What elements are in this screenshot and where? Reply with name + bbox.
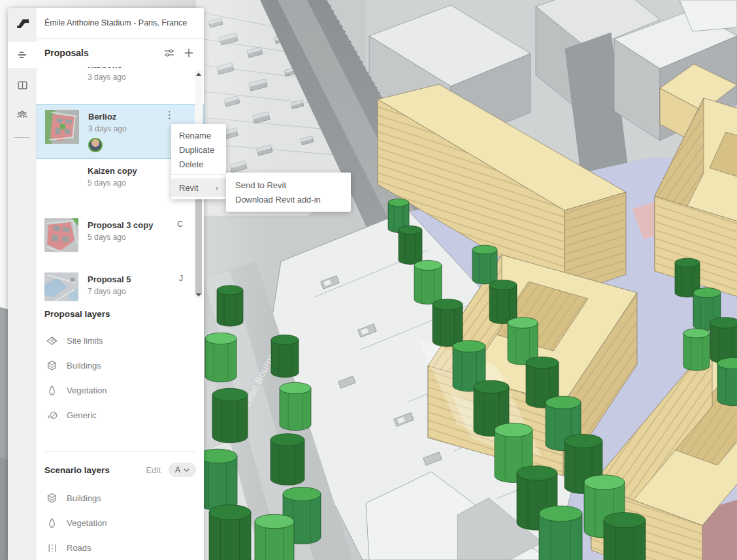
proposal-time: 5 days ago bbox=[88, 178, 175, 189]
rail-divider bbox=[14, 137, 30, 138]
chevron-down-icon bbox=[184, 468, 189, 472]
layer-label: Buildings bbox=[67, 361, 101, 371]
panel-content: Émile Anthoine Stadium - Paris, France P… bbox=[37, 8, 204, 560]
submenu-item-download-revit-addin[interactable]: Download Revit add-in bbox=[226, 192, 351, 206]
menu-item-label: Revit bbox=[179, 183, 199, 193]
scroll-down-arrow[interactable] bbox=[195, 291, 203, 299]
presence-badge: A bbox=[178, 67, 183, 69]
nav-library-icon[interactable] bbox=[8, 72, 37, 98]
collaborator-avatar bbox=[88, 138, 103, 152]
layer-row-vegetation[interactable]: Vegetation bbox=[37, 510, 204, 535]
nav-rail bbox=[8, 8, 37, 560]
layer-row-site-limits[interactable]: Site limits bbox=[37, 328, 204, 353]
layer-row-roads[interactable]: Roads bbox=[37, 535, 204, 560]
presence-badge: J bbox=[179, 274, 183, 283]
proposal-name: Berlioz bbox=[88, 111, 174, 123]
list-item-proposal[interactable]: Karbone 3 days ago A bbox=[37, 67, 204, 104]
submenu-item-send-to-revit[interactable]: Send to Revit bbox=[226, 178, 351, 192]
forma-logo[interactable] bbox=[8, 8, 37, 38]
layer-label: Vegetation bbox=[67, 386, 106, 395]
proposal-layers-title: Proposal layers bbox=[37, 309, 204, 319]
scroll-up-arrow[interactable] bbox=[195, 70, 203, 78]
generic-icon bbox=[46, 409, 58, 421]
layer-label: Vegetation bbox=[67, 518, 106, 528]
proposal-time: 3 days ago bbox=[88, 124, 174, 135]
scenario-layers-section: Scenario layers Edit A Buildings bbox=[37, 452, 204, 560]
edit-button[interactable]: Edit bbox=[146, 465, 161, 475]
roads-icon bbox=[46, 542, 58, 554]
buildings-icon bbox=[46, 492, 58, 504]
scrollbar-thumb[interactable] bbox=[195, 198, 202, 295]
list-item-proposal[interactable]: Proposal 5 7 days ago J bbox=[37, 267, 204, 301]
presence-badge: C bbox=[177, 220, 183, 229]
buildings-icon bbox=[46, 359, 58, 372]
chevron-right-icon: › bbox=[216, 183, 218, 193]
scenario-layers-title: Scenario layers bbox=[44, 465, 146, 475]
menu-item-delete[interactable]: Delete bbox=[171, 157, 226, 171]
layer-row-buildings[interactable]: Buildings bbox=[37, 486, 204, 510]
proposal-thumbnail bbox=[44, 272, 78, 301]
menu-item-rename[interactable]: Rename bbox=[171, 128, 226, 142]
proposal-name: Proposal 5 bbox=[88, 274, 175, 286]
nav-proposals-icon[interactable] bbox=[8, 42, 37, 68]
proposal-name: Proposal 3 copy bbox=[88, 220, 175, 231]
proposal-thumbnail bbox=[44, 218, 78, 252]
revit-submenu: Send to Revit Download Revit add-in bbox=[226, 173, 351, 212]
scenario-selector[interactable]: A bbox=[169, 463, 196, 477]
layer-label: Roads bbox=[67, 543, 91, 553]
proposal-time: 3 days ago bbox=[88, 72, 175, 83]
layer-label: Site limits bbox=[67, 336, 103, 346]
proposals-title: Proposals bbox=[44, 48, 156, 58]
scenario-selector-value: A bbox=[175, 465, 180, 474]
layer-label: Buildings bbox=[67, 493, 101, 503]
menu-item-duplicate[interactable]: Duplicate bbox=[171, 142, 226, 157]
nav-collaborate-icon[interactable] bbox=[8, 102, 37, 128]
vegetation-icon bbox=[46, 384, 58, 397]
layer-row-buildings[interactable]: Buildings bbox=[37, 353, 204, 378]
layer-row-generic[interactable]: Generic bbox=[37, 403, 204, 427]
kebab-menu-icon[interactable]: ⋮ bbox=[165, 110, 174, 120]
site-limits-icon bbox=[46, 335, 58, 347]
layer-label: Generic bbox=[67, 410, 97, 420]
menu-item-revit[interactable]: Revit › bbox=[171, 178, 226, 197]
context-menu: Rename Duplicate Delete Revit › bbox=[171, 124, 226, 199]
proposal-thumbnail bbox=[45, 110, 79, 144]
menu-separator bbox=[171, 174, 226, 175]
vegetation-icon bbox=[46, 517, 58, 529]
proposal-time: 5 days ago bbox=[88, 232, 175, 243]
proposals-header: Proposals bbox=[37, 39, 204, 67]
add-proposal-icon[interactable] bbox=[183, 47, 195, 59]
proposal-time: 7 days ago bbox=[88, 286, 175, 297]
filter-icon[interactable] bbox=[163, 47, 175, 59]
project-title: Émile Anthoine Stadium - Paris, France bbox=[37, 8, 204, 39]
proposal-layers-section: Proposal layers Site limits Buildings bbox=[37, 309, 204, 427]
proposal-name: Karbone bbox=[88, 67, 175, 71]
layer-row-vegetation[interactable]: Vegetation bbox=[37, 378, 204, 403]
proposal-name: Kaizen copy bbox=[88, 165, 175, 177]
app-window: Allée Léon Bourgeois Émile bbox=[0, 0, 737, 560]
left-panel: Émile Anthoine Stadium - Paris, France P… bbox=[8, 8, 204, 560]
list-item-proposal[interactable]: Proposal 3 copy 5 days ago C bbox=[37, 213, 204, 267]
